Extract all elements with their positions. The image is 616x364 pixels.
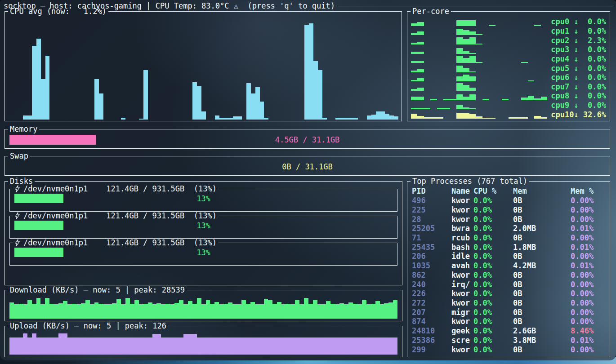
chart-bar	[156, 334, 161, 355]
border-segment	[39, 129, 610, 129]
chart-bar	[170, 337, 174, 355]
chart-bar	[76, 337, 81, 355]
chart-bar	[192, 82, 197, 120]
download-panel: Download (KB/s) — now: 5 | peak: 28539	[4, 290, 402, 321]
core-label: cpu8↓0.0%	[551, 91, 606, 100]
chart-bar	[197, 298, 201, 319]
chart-bar	[521, 117, 527, 119]
chart-bar	[241, 300, 246, 319]
swap-title: Swap	[8, 151, 30, 160]
process-mem: 1.8MB	[513, 243, 571, 252]
chart-bar	[326, 301, 330, 319]
chart-bar	[223, 337, 228, 355]
chart-bar	[90, 337, 94, 355]
process-pid: 1035	[412, 261, 451, 270]
chart-bar	[299, 304, 304, 319]
chart-bar	[411, 33, 417, 36]
chart-bar	[58, 333, 63, 355]
core-row: cpu4↓0.0%	[411, 54, 606, 64]
process-mem: 0B	[513, 345, 571, 354]
core-value: 32.6%	[579, 110, 606, 119]
panel-edge: Download (KB/s) — now: 5 | peak: 28539	[4, 285, 402, 294]
process-name: kwor	[451, 298, 473, 307]
chart-bar	[411, 71, 417, 72]
core-row: cpu7↓0.0%	[411, 82, 606, 91]
process-row: 206idle0.0%0B0.00%	[412, 252, 606, 261]
panel-edge: Upload (KB/s) — now: 5 | peak: 126	[4, 321, 402, 330]
chart-bar	[14, 337, 18, 355]
chart-bar	[476, 34, 482, 35]
chart-bar	[36, 39, 41, 120]
chart-bar	[9, 337, 14, 355]
chart-bar	[76, 304, 81, 319]
process-cpu: 0.0%	[473, 215, 513, 224]
process-mem-pct: 0.00%	[571, 205, 606, 214]
chart-bar	[469, 31, 476, 35]
process-pid: 25205	[412, 224, 451, 233]
chart-bar	[340, 118, 344, 120]
process-mem: 0B	[513, 308, 571, 317]
chart-bar	[32, 46, 36, 120]
chart-bar	[152, 334, 157, 355]
process-pid: 25386	[412, 336, 451, 345]
chart-bar	[165, 337, 170, 355]
core-value: 0.0%	[579, 91, 606, 100]
disk-gauge: 13%	[14, 194, 393, 203]
chart-bar	[112, 303, 116, 319]
process-mem-pct: 0.00%	[571, 196, 606, 205]
core-value: 0.0%	[579, 27, 606, 36]
chart-bar	[219, 304, 223, 319]
download-title: Download (KB/s) — now: 5 | peak: 28539	[8, 285, 187, 294]
chart-bar	[183, 334, 188, 355]
core-spark	[411, 45, 547, 54]
process-name: kwor	[451, 289, 473, 298]
chart-bar	[528, 80, 534, 82]
chart-bar	[85, 337, 90, 355]
chart-bar	[23, 304, 27, 319]
down-arrow-icon: ↓	[574, 36, 578, 45]
disk-title: /dev/nvme0n1p1 121.4GB / 931.5GB (13%)	[13, 238, 219, 247]
chart-bar	[380, 111, 385, 120]
core-name: cpu3	[551, 45, 574, 54]
core-label: cpu0↓0.0%	[551, 17, 606, 26]
chart-bar	[335, 337, 339, 355]
border-segment	[4, 156, 8, 156]
process-row: 240irq/0.0%0B0.00%	[412, 280, 606, 289]
chart-bar	[214, 337, 219, 355]
chart-bar	[424, 117, 430, 119]
process-pid: 71	[412, 233, 451, 242]
chart-bar	[139, 119, 143, 120]
terminal-window: socktop — host: cachyos-gaming | CPU Tem…	[0, 0, 616, 360]
chart-bar	[188, 334, 192, 355]
chart-bar	[521, 98, 527, 100]
chart-bar	[313, 61, 318, 120]
process-name: kwor	[451, 317, 473, 326]
process-mem-pct: 0.01%	[571, 261, 606, 270]
chart-bar	[206, 300, 210, 319]
process-mem: 0B	[513, 317, 571, 326]
cpu-avg-chart	[9, 18, 398, 120]
process-mem-pct: 0.00%	[571, 233, 606, 242]
chart-bar	[411, 108, 417, 110]
chart-bar	[259, 337, 264, 355]
core-row: cpu9↓0.0%	[411, 101, 606, 110]
chart-bar	[49, 337, 54, 355]
chart-bar	[353, 304, 357, 319]
process-mem: 0B	[513, 298, 571, 307]
chart-bar	[417, 78, 424, 81]
chart-bar	[456, 113, 463, 119]
chart-bar	[264, 118, 268, 120]
chart-bar	[281, 337, 286, 355]
per-core-list: cpu0↓0.0%cpu1↓0.0%cpu2↓2.3%cpu3↓0.0%cpu4…	[411, 17, 606, 119]
chart-bar	[393, 337, 397, 355]
border-segment	[108, 11, 402, 12]
process-mem-pct: 0.01%	[571, 243, 606, 252]
chart-bar	[375, 337, 380, 355]
chart-bar	[417, 116, 424, 119]
chart-bar	[130, 304, 134, 319]
core-spark	[411, 36, 547, 44]
process-table: PIDNameCPU %MemMem %496kwor0.0%0B0.00%22…	[412, 186, 606, 354]
process-cpu: 0.0%	[473, 243, 513, 252]
chart-bar	[260, 102, 264, 120]
chart-bar	[23, 115, 27, 120]
